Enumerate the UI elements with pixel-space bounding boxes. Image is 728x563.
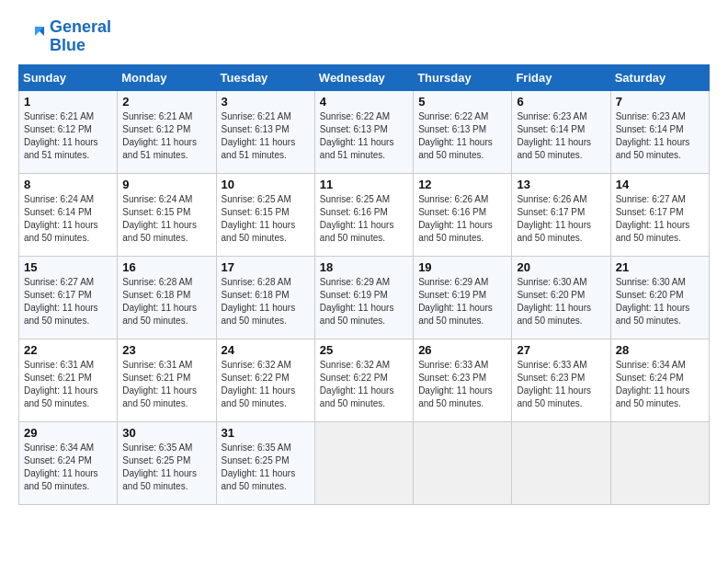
- table-row: 8Sunrise: 6:24 AM Sunset: 6:14 PM Daylig…: [19, 173, 118, 256]
- day-info: Sunrise: 6:26 AM Sunset: 6:16 PM Dayligh…: [418, 193, 506, 245]
- table-row: [414, 421, 512, 504]
- day-number: 17: [222, 260, 310, 274]
- day-info: Sunrise: 6:26 AM Sunset: 6:17 PM Dayligh…: [517, 193, 605, 245]
- day-info: Sunrise: 6:27 AM Sunset: 6:17 PM Dayligh…: [616, 193, 704, 245]
- day-info: Sunrise: 6:23 AM Sunset: 6:14 PM Dayligh…: [517, 110, 605, 162]
- col-monday: Monday: [118, 64, 216, 90]
- day-number: 28: [616, 343, 704, 357]
- day-number: 4: [320, 95, 408, 109]
- day-info: Sunrise: 6:25 AM Sunset: 6:15 PM Dayligh…: [222, 193, 310, 245]
- table-row: [512, 421, 610, 504]
- col-tuesday: Tuesday: [216, 64, 314, 90]
- day-info: Sunrise: 6:34 AM Sunset: 6:24 PM Dayligh…: [24, 442, 112, 493]
- table-row: 1Sunrise: 6:21 AM Sunset: 6:12 PM Daylig…: [19, 90, 118, 173]
- logo-line2: Blue: [50, 37, 111, 55]
- day-number: 12: [418, 178, 506, 191]
- day-number: 21: [616, 260, 704, 274]
- table-row: 2Sunrise: 6:21 AM Sunset: 6:12 PM Daylig…: [118, 90, 216, 173]
- day-number: 22: [24, 343, 112, 357]
- table-row: 12Sunrise: 6:26 AM Sunset: 6:16 PM Dayli…: [414, 173, 512, 256]
- day-number: 19: [418, 260, 506, 274]
- day-number: 11: [320, 178, 408, 191]
- page-header: General Blue: [18, 18, 710, 55]
- day-info: Sunrise: 6:24 AM Sunset: 6:14 PM Dayligh…: [24, 193, 112, 245]
- day-number: 29: [24, 426, 112, 440]
- table-row: 21Sunrise: 6:30 AM Sunset: 6:20 PM Dayli…: [610, 256, 709, 339]
- day-info: Sunrise: 6:22 AM Sunset: 6:13 PM Dayligh…: [320, 110, 408, 162]
- calendar-row: 15Sunrise: 6:27 AM Sunset: 6:17 PM Dayli…: [19, 256, 710, 339]
- day-number: 31: [222, 426, 310, 440]
- table-row: [314, 421, 413, 504]
- day-number: 16: [122, 260, 210, 274]
- logo-line1: General: [50, 18, 111, 37]
- day-number: 7: [616, 95, 704, 109]
- day-number: 20: [517, 260, 605, 274]
- table-row: 11Sunrise: 6:25 AM Sunset: 6:16 PM Dayli…: [314, 173, 413, 256]
- day-number: 3: [222, 95, 310, 109]
- table-row: 22Sunrise: 6:31 AM Sunset: 6:21 PM Dayli…: [19, 339, 118, 421]
- col-sunday: Sunday: [19, 64, 118, 90]
- col-wednesday: Wednesday: [314, 64, 413, 90]
- day-number: 25: [320, 343, 408, 357]
- day-number: 27: [517, 343, 605, 357]
- table-row: 25Sunrise: 6:32 AM Sunset: 6:22 PM Dayli…: [314, 339, 413, 421]
- day-info: Sunrise: 6:28 AM Sunset: 6:18 PM Dayligh…: [122, 276, 210, 327]
- table-row: 13Sunrise: 6:26 AM Sunset: 6:17 PM Dayli…: [512, 173, 610, 256]
- calendar-row: 22Sunrise: 6:31 AM Sunset: 6:21 PM Dayli…: [19, 339, 710, 421]
- logo-icon: [18, 23, 46, 51]
- day-info: Sunrise: 6:29 AM Sunset: 6:19 PM Dayligh…: [418, 276, 506, 327]
- day-number: 30: [122, 426, 210, 440]
- calendar-row: 1Sunrise: 6:21 AM Sunset: 6:12 PM Daylig…: [19, 90, 710, 173]
- day-info: Sunrise: 6:28 AM Sunset: 6:18 PM Dayligh…: [222, 276, 310, 327]
- day-number: 10: [222, 178, 310, 191]
- table-row: 7Sunrise: 6:23 AM Sunset: 6:14 PM Daylig…: [610, 90, 709, 173]
- day-info: Sunrise: 6:35 AM Sunset: 6:25 PM Dayligh…: [222, 442, 310, 493]
- day-info: Sunrise: 6:33 AM Sunset: 6:23 PM Dayligh…: [517, 359, 605, 410]
- day-info: Sunrise: 6:24 AM Sunset: 6:15 PM Dayligh…: [122, 193, 210, 245]
- table-row: 6Sunrise: 6:23 AM Sunset: 6:14 PM Daylig…: [512, 90, 610, 173]
- table-row: 3Sunrise: 6:21 AM Sunset: 6:13 PM Daylig…: [216, 90, 314, 173]
- day-number: 9: [122, 178, 210, 191]
- day-number: 24: [222, 343, 310, 357]
- day-number: 8: [24, 178, 112, 191]
- day-info: Sunrise: 6:21 AM Sunset: 6:13 PM Dayligh…: [222, 110, 310, 162]
- table-row: 23Sunrise: 6:31 AM Sunset: 6:21 PM Dayli…: [118, 339, 216, 421]
- logo: General Blue: [18, 18, 111, 55]
- table-row: 30Sunrise: 6:35 AM Sunset: 6:25 PM Dayli…: [118, 421, 216, 504]
- day-info: Sunrise: 6:34 AM Sunset: 6:24 PM Dayligh…: [616, 359, 704, 410]
- day-info: Sunrise: 6:29 AM Sunset: 6:19 PM Dayligh…: [320, 276, 408, 327]
- table-row: 15Sunrise: 6:27 AM Sunset: 6:17 PM Dayli…: [19, 256, 118, 339]
- day-info: Sunrise: 6:27 AM Sunset: 6:17 PM Dayligh…: [24, 276, 112, 327]
- day-info: Sunrise: 6:35 AM Sunset: 6:25 PM Dayligh…: [122, 442, 210, 493]
- table-row: 31Sunrise: 6:35 AM Sunset: 6:25 PM Dayli…: [216, 421, 314, 504]
- table-row: 27Sunrise: 6:33 AM Sunset: 6:23 PM Dayli…: [512, 339, 610, 421]
- day-info: Sunrise: 6:31 AM Sunset: 6:21 PM Dayligh…: [122, 359, 210, 410]
- day-info: Sunrise: 6:23 AM Sunset: 6:14 PM Dayligh…: [616, 110, 704, 162]
- table-row: 26Sunrise: 6:33 AM Sunset: 6:23 PM Dayli…: [414, 339, 512, 421]
- calendar-row: 29Sunrise: 6:34 AM Sunset: 6:24 PM Dayli…: [19, 421, 710, 504]
- day-info: Sunrise: 6:32 AM Sunset: 6:22 PM Dayligh…: [320, 359, 408, 410]
- day-number: 26: [418, 343, 506, 357]
- day-number: 5: [418, 95, 506, 109]
- col-friday: Friday: [512, 64, 610, 90]
- table-row: 29Sunrise: 6:34 AM Sunset: 6:24 PM Dayli…: [19, 421, 118, 504]
- table-row: [610, 421, 709, 504]
- table-row: 18Sunrise: 6:29 AM Sunset: 6:19 PM Dayli…: [314, 256, 413, 339]
- table-row: 16Sunrise: 6:28 AM Sunset: 6:18 PM Dayli…: [118, 256, 216, 339]
- col-saturday: Saturday: [610, 64, 709, 90]
- day-info: Sunrise: 6:25 AM Sunset: 6:16 PM Dayligh…: [320, 193, 408, 245]
- table-row: 28Sunrise: 6:34 AM Sunset: 6:24 PM Dayli…: [610, 339, 709, 421]
- header-row: Sunday Monday Tuesday Wednesday Thursday…: [19, 64, 710, 90]
- day-number: 1: [24, 95, 112, 109]
- day-info: Sunrise: 6:32 AM Sunset: 6:22 PM Dayligh…: [222, 359, 310, 410]
- calendar-row: 8Sunrise: 6:24 AM Sunset: 6:14 PM Daylig…: [19, 173, 710, 256]
- day-number: 15: [24, 260, 112, 274]
- col-thursday: Thursday: [414, 64, 512, 90]
- table-row: 20Sunrise: 6:30 AM Sunset: 6:20 PM Dayli…: [512, 256, 610, 339]
- day-info: Sunrise: 6:33 AM Sunset: 6:23 PM Dayligh…: [418, 359, 506, 410]
- day-number: 13: [517, 178, 605, 191]
- day-number: 14: [616, 178, 704, 191]
- table-row: 10Sunrise: 6:25 AM Sunset: 6:15 PM Dayli…: [216, 173, 314, 256]
- day-info: Sunrise: 6:21 AM Sunset: 6:12 PM Dayligh…: [24, 110, 112, 162]
- table-row: 19Sunrise: 6:29 AM Sunset: 6:19 PM Dayli…: [414, 256, 512, 339]
